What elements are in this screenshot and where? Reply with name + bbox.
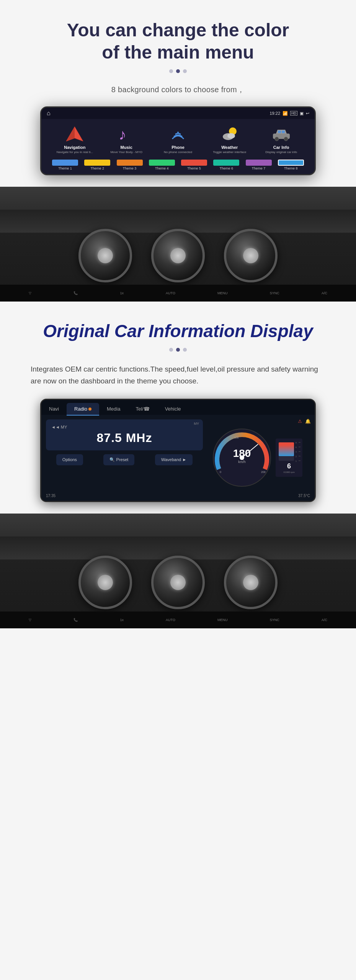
radio-left-panel: MY ◄◄ MY 87.5 MHz Options 🔍 Preset [41, 415, 207, 492]
ctrl-vol-down: ▽ [29, 291, 31, 295]
ctrl2-vol-down: ▽ [29, 618, 31, 622]
svg-text:200: 200 [261, 471, 266, 473]
screen-apps: Navigation Navigate for you in real ti..… [41, 119, 315, 157]
bottom-control-bar-2: ▽ 📞 1x AUTO MENU SYNC A/C [0, 611, 356, 628]
radio-temp: 37.5°C [298, 494, 310, 498]
radio-time: 17:35 [46, 494, 56, 498]
radio-tab-dot [88, 408, 91, 411]
vent-left-center-2 [98, 575, 113, 590]
ctrl-1x: 1x [120, 291, 124, 295]
preset-label: 🔍 Preset [109, 457, 128, 462]
theme-btn-7[interactable]: Theme 7 [246, 160, 272, 170]
tab-radio[interactable]: Radio [67, 403, 99, 415]
home-icon[interactable]: ⌂ [47, 110, 51, 117]
ctrl-ac: A/C [322, 291, 327, 295]
radio-top-bar: Navi Radio Media Tel/☎ Vehicle [41, 400, 315, 415]
section2-desc: Integrates OEM car centric functions.The… [23, 363, 333, 387]
theme-label-5: Theme 5 [187, 166, 201, 170]
svg-rect-32 [279, 442, 294, 456]
app-phone[interactable]: Phone No phone connected [155, 124, 201, 154]
freq-label: MY [194, 422, 199, 426]
rpm-mini: 8 6 4 2 1 [276, 439, 311, 477]
radio-right-panel: ⚠ 🔔 [207, 415, 315, 492]
svg-point-9 [284, 137, 288, 141]
app-weather[interactable]: Weather Toggle weather interface [207, 124, 253, 154]
car-interior-photo-1: ▽ 📞 1x AUTO MENU SYNC A/C [0, 187, 356, 302]
dot-1 [169, 69, 173, 73]
app-car-info[interactable]: Car Info Display original car info [258, 124, 304, 154]
vent-right-center-2 [243, 575, 258, 590]
section2: Original Car Information Display Integra… [0, 302, 356, 514]
theme-btn-6[interactable]: Theme 6 [213, 160, 239, 170]
back-icon[interactable]: ↩ [306, 111, 309, 116]
dot-6 [183, 348, 187, 352]
radio-screen-mockup: Navi Radio Media Tel/☎ Vehicle MY ◄◄ MY [40, 399, 316, 502]
page-wrapper: You can change the color of the main men… [0, 0, 356, 628]
dot-3 [183, 69, 187, 73]
hd-badge: HD [290, 111, 297, 116]
app-weather-label: Weather [221, 145, 238, 150]
vent-right-2 [224, 556, 278, 609]
ctrl2-menu: MENU [217, 618, 228, 622]
svg-rect-11 [282, 130, 285, 133]
alert-icon: 🔔 [305, 419, 311, 424]
car-bg-1: ▽ 📞 1x AUTO MENU SYNC A/C [0, 187, 356, 302]
vent-right-center [243, 248, 258, 263]
screen-icon: ▣ [300, 111, 304, 116]
theme-btn-4[interactable]: Theme 4 [149, 160, 175, 170]
theme-btn-3[interactable]: Theme 3 [117, 160, 143, 170]
radio-bottom-row: 17:35 37.5°C [41, 492, 315, 501]
svg-text:100: 100 [234, 436, 239, 439]
car-info-icon [271, 125, 292, 143]
theme-btn-5[interactable]: Theme 5 [181, 160, 207, 170]
radio-content: MY ◄◄ MY 87.5 MHz Options 🔍 Preset [41, 415, 315, 492]
options-btn[interactable]: Options [56, 454, 83, 465]
big-vents-row [78, 229, 278, 282]
tab-navi[interactable]: Navi [41, 403, 67, 415]
wifi-icon: 📶 [283, 111, 288, 116]
theme-color-8 [278, 160, 304, 166]
theme-label-7: Theme 7 [252, 166, 266, 170]
app-music[interactable]: ♪ Music Move Your Body - MYO [103, 124, 149, 154]
app-weather-desc: Toggle weather interface [213, 150, 246, 154]
screen-time: 19:22 [269, 111, 280, 116]
section1: You can change the color of the main men… [0, 0, 356, 187]
navigation-icon-wrap [63, 124, 86, 143]
svg-text:X1000 rpm: X1000 rpm [283, 471, 294, 473]
top-bar-right: 19:22 📶 HD ▣ ↩ [269, 111, 309, 116]
theme-label-4: Theme 4 [155, 166, 169, 170]
waveband-label: Waveband ► [161, 457, 186, 462]
weather-icon-wrap [218, 124, 241, 143]
speedometer: 180 km/h 0 100 200 [211, 427, 273, 488]
svg-text:180: 180 [233, 447, 251, 459]
ctrl-phone: 📞 [73, 291, 78, 295]
bottom-control-bar-1: ▽ 📞 1x AUTO MENU SYNC A/C [0, 285, 356, 302]
dots-row-2 [23, 348, 333, 352]
tab-vehicle[interactable]: Vehicle [157, 403, 189, 415]
theme-color-6 [213, 160, 239, 166]
theme-label-2: Theme 2 [91, 166, 105, 170]
freq-display: MY ◄◄ MY 87.5 MHz [46, 419, 203, 450]
app-phone-label: Phone [171, 145, 185, 150]
app-car-info-desc: Display original car info [265, 150, 297, 154]
ctrl2-auto: AUTO [166, 618, 175, 622]
theme-color-4 [149, 160, 175, 166]
svg-point-3 [177, 132, 179, 133]
vent-left-center [98, 248, 113, 263]
theme-btn-8[interactable]: Theme 8 [278, 160, 304, 170]
theme-color-7 [246, 160, 272, 166]
theme-btn-1[interactable]: Theme 1 [52, 160, 78, 170]
music-icon: ♪ [117, 125, 136, 143]
tab-tel[interactable]: Tel/☎ [128, 403, 157, 415]
vent-left [78, 229, 132, 282]
screen-top-bar: ⌂ 19:22 📶 HD ▣ ↩ [41, 108, 315, 119]
app-navigation-label: Navigation [64, 145, 85, 150]
svg-text:♪: ♪ [119, 126, 126, 143]
tab-media[interactable]: Media [99, 403, 128, 415]
phone-icon-wrap [167, 124, 189, 143]
theme-btn-2[interactable]: Theme 2 [84, 160, 110, 170]
preset-btn[interactable]: 🔍 Preset [103, 454, 134, 465]
radio-options-row: Options 🔍 Preset Waveband ► [46, 454, 203, 465]
app-navigation[interactable]: Navigation Navigate for you in real ti..… [52, 124, 98, 154]
waveband-btn[interactable]: Waveband ► [155, 454, 193, 465]
